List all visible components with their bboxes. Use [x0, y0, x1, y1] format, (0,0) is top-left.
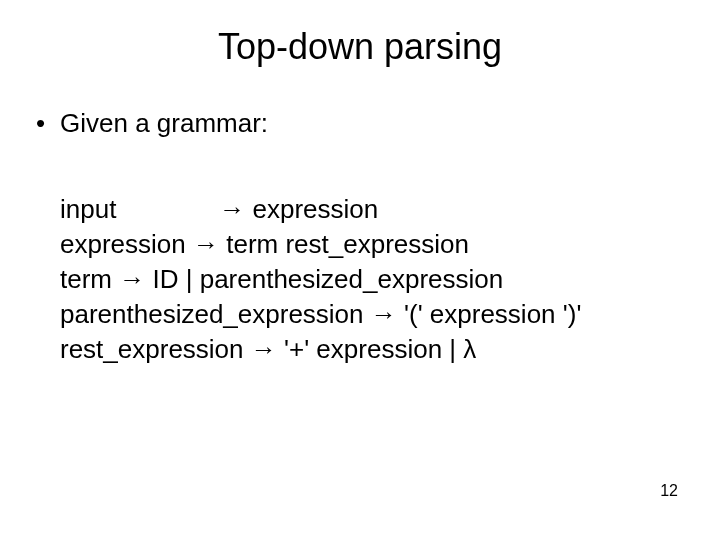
grammar-rhs: ID | parenthesized_expression: [152, 262, 503, 297]
grammar-rule: rest_expression → '+' expression | λ: [60, 332, 581, 367]
grammar-lhs: parenthesized_expression: [60, 297, 364, 332]
bullet-text: Given a grammar:: [60, 108, 268, 139]
grammar-lhs: term: [60, 262, 112, 297]
grammar-rule: input → expression: [60, 192, 581, 227]
grammar-block: input → expression expression → term res…: [60, 192, 581, 367]
arrow-icon: →: [119, 262, 145, 297]
slide: Top-down parsing • Given a grammar: inpu…: [0, 0, 720, 540]
arrow-icon: →: [193, 227, 219, 262]
grammar-lhs: rest_expression: [60, 332, 244, 367]
grammar-rhs: expression: [252, 192, 378, 227]
grammar-rule: term → ID | parenthesized_expression: [60, 262, 581, 297]
grammar-rhs: term rest_expression: [226, 227, 469, 262]
grammar-rhs: '+' expression | λ: [284, 332, 476, 367]
bullet-marker: •: [36, 108, 60, 139]
arrow-icon: →: [371, 297, 397, 332]
grammar-rule: expression → term rest_expression: [60, 227, 581, 262]
grammar-lhs: input: [60, 192, 212, 227]
arrow-icon: →: [251, 332, 277, 367]
slide-title: Top-down parsing: [0, 26, 720, 68]
grammar-rule: parenthesized_expression → '(' expressio…: [60, 297, 581, 332]
page-number: 12: [660, 482, 678, 500]
grammar-rhs: '(' expression ')': [404, 297, 581, 332]
bullet-item: • Given a grammar:: [36, 108, 268, 139]
arrow-icon: →: [219, 192, 245, 227]
grammar-lhs: expression: [60, 227, 186, 262]
